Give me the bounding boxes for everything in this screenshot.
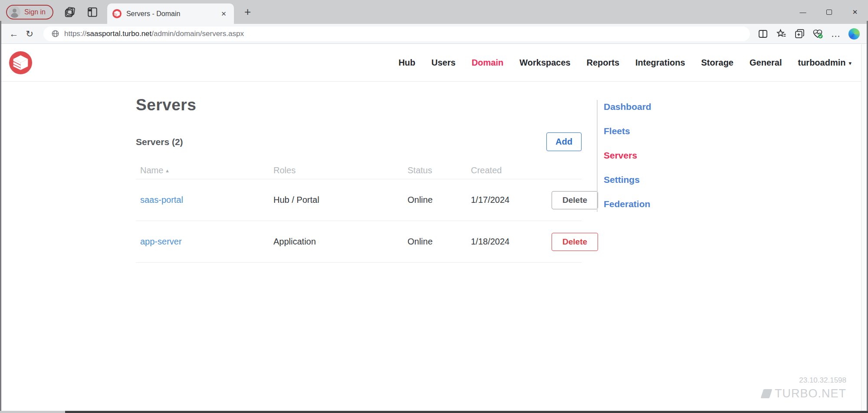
nav-item-hub[interactable]: Hub xyxy=(398,58,415,68)
page-title: Servers xyxy=(136,96,582,114)
url-text: https://saasportal.turbo.net/admin/domai… xyxy=(64,30,244,38)
top-nav: Hub Users Domain Workspaces Reports Inte… xyxy=(398,58,852,68)
sidebar-item-fleets[interactable]: Fleets xyxy=(604,126,651,136)
sidebar-item-servers[interactable]: Servers xyxy=(604,150,651,161)
url-path: /admin/domain/servers.aspx xyxy=(151,30,244,38)
close-button[interactable]: ✕ xyxy=(842,0,868,24)
page-content: Servers Servers (2) Add Name ▴ Roles Sta… xyxy=(1,82,861,411)
refresh-button[interactable]: ↻ xyxy=(22,26,37,42)
copilot-logo xyxy=(848,28,860,40)
maximize-button[interactable] xyxy=(816,0,842,24)
cell-status: Online xyxy=(408,237,471,247)
turbo-logo-icon[interactable] xyxy=(9,51,32,74)
workspaces-icon[interactable] xyxy=(64,6,76,18)
table-row: saas-portal Hub / Portal Online 1/17/202… xyxy=(136,179,582,221)
column-header-name[interactable]: Name ▴ xyxy=(136,165,273,175)
minimize-button[interactable]: — xyxy=(790,0,816,24)
cell-actions: Delete xyxy=(552,233,603,251)
add-server-button[interactable]: Add xyxy=(546,132,582,151)
column-name-label: Name xyxy=(140,165,163,175)
tab-close-icon[interactable]: ✕ xyxy=(219,9,229,19)
server-link-app-server[interactable]: app-server xyxy=(136,237,273,247)
delete-server-button[interactable]: Delete xyxy=(552,191,598,209)
footer-brand: TURBO.NET xyxy=(762,387,846,400)
column-header-roles[interactable]: Roles xyxy=(273,165,408,175)
site-header: Hub Users Domain Workspaces Reports Inte… xyxy=(1,44,861,82)
delete-server-button-danger[interactable]: Delete xyxy=(552,233,598,251)
page-footer: 23.10.32.1598 TURBO.NET xyxy=(762,376,846,400)
favorites-icon[interactable] xyxy=(775,28,787,40)
window-edge-left xyxy=(0,21,1,413)
tab-title: Servers - Domain xyxy=(126,10,214,18)
cell-created: 1/17/2024 xyxy=(471,195,552,205)
brand-text: TURBO.NET xyxy=(775,387,846,400)
sidebar-item-settings[interactable]: Settings xyxy=(604,175,651,185)
copilot-icon[interactable] xyxy=(848,28,860,40)
cell-actions: Delete xyxy=(552,191,603,209)
browser-toolbar: ← ↻ https://saasportal.turbo.net/admin/d… xyxy=(0,24,868,44)
url-host: saasportal.turbo.net xyxy=(86,30,151,38)
turbo-brand-mark-icon xyxy=(761,389,773,398)
browser-tab-servers-domain[interactable]: Servers - Domain ✕ xyxy=(107,3,234,24)
collections-icon[interactable] xyxy=(793,28,806,40)
more-glyph: … xyxy=(831,28,841,40)
browser-sign-in-button[interactable]: Sign in xyxy=(6,5,53,20)
domain-side-nav: Dashboard Fleets Servers Settings Federa… xyxy=(597,100,651,212)
globe-icon xyxy=(51,30,59,38)
table-row: app-server Application Online 1/18/2024 … xyxy=(136,221,582,263)
nav-item-general[interactable]: General xyxy=(750,58,782,68)
servers-main: Servers Servers (2) Add Name ▴ Roles Sta… xyxy=(136,82,582,263)
nav-item-integrations[interactable]: Integrations xyxy=(635,58,685,68)
sidebar-item-dashboard[interactable]: Dashboard xyxy=(604,102,651,112)
settings-more-icon[interactable]: … xyxy=(830,28,842,40)
list-header-row: Servers (2) Add xyxy=(136,132,582,151)
page-viewport: Hub Users Domain Workspaces Reports Inte… xyxy=(1,44,861,411)
address-bar[interactable]: https://saasportal.turbo.net/admin/domai… xyxy=(43,26,750,41)
sidebar-item-federation[interactable]: Federation xyxy=(604,199,651,209)
chevron-down-icon: ▾ xyxy=(848,60,852,66)
cell-created: 1/18/2024 xyxy=(471,237,552,247)
window-edge-bottom xyxy=(0,411,868,413)
cell-roles: Hub / Portal xyxy=(273,195,408,205)
window-controls: — ✕ xyxy=(790,0,868,24)
nav-item-users[interactable]: Users xyxy=(431,58,456,68)
vertical-tabs-icon[interactable] xyxy=(86,6,99,18)
sign-in-label: Sign in xyxy=(24,8,46,16)
column-header-status[interactable]: Status xyxy=(408,165,471,175)
profile-avatar-icon xyxy=(9,6,20,18)
new-tab-button[interactable]: + xyxy=(241,5,254,19)
back-button[interactable]: ← xyxy=(6,26,22,42)
user-menu-label: turboadmin xyxy=(798,58,845,68)
scrollbar-track[interactable] xyxy=(861,44,867,411)
column-header-created[interactable]: Created xyxy=(471,165,552,175)
toolbar-icon-group: … xyxy=(754,28,862,40)
server-link-saas-portal[interactable]: saas-portal xyxy=(136,195,273,205)
nav-item-domain[interactable]: Domain xyxy=(472,58,503,68)
site-favicon xyxy=(112,9,122,18)
nav-item-workspaces[interactable]: Workspaces xyxy=(519,58,570,68)
table-header-row: Name ▴ Roles Status Created xyxy=(136,162,582,179)
browser-essentials-icon[interactable] xyxy=(812,28,824,40)
version-text: 23.10.32.1598 xyxy=(762,376,846,385)
url-scheme: https:// xyxy=(64,30,86,38)
nav-item-storage[interactable]: Storage xyxy=(701,58,733,68)
split-screen-icon[interactable] xyxy=(757,28,769,40)
browser-tab-strip: Sign in xyxy=(0,0,868,24)
browser-window: Sign in xyxy=(0,0,868,413)
list-title: Servers (2) xyxy=(136,137,183,147)
sort-asc-icon: ▴ xyxy=(166,167,169,174)
cell-status: Online xyxy=(408,195,471,205)
nav-item-user-menu[interactable]: turboadmin ▾ xyxy=(798,58,852,68)
maximize-icon xyxy=(826,10,832,15)
nav-item-reports[interactable]: Reports xyxy=(586,58,619,68)
cell-roles: Application xyxy=(273,237,408,247)
